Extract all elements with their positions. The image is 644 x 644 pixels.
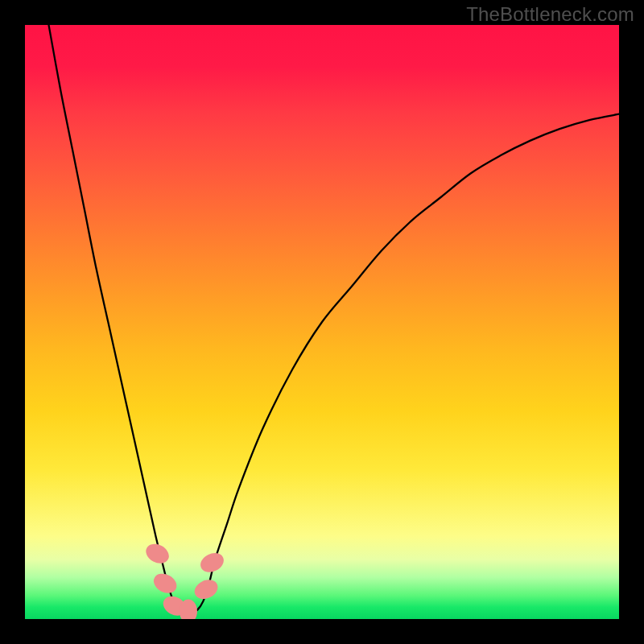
- chart-svg: [25, 25, 619, 619]
- marker-right-low: [192, 576, 221, 603]
- curve-layer: [49, 25, 619, 613]
- marker-right-upper: [197, 550, 226, 576]
- marker-layer: [142, 540, 227, 619]
- chart-frame: TheBottleneck.com: [0, 0, 644, 644]
- watermark-text: TheBottleneck.com: [466, 3, 634, 26]
- plot-area: [25, 25, 619, 619]
- bottleneck-curve: [49, 25, 619, 613]
